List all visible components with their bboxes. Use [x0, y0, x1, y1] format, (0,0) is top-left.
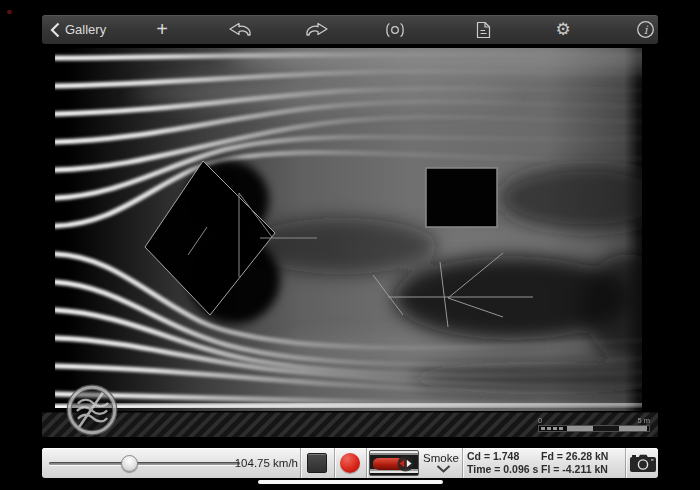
report-icon: [476, 21, 491, 39]
wind-tunnel-logo: [66, 384, 118, 436]
control-bar: 104.75 km/h Smoke Cd = 1.748 Time = 0.09…: [42, 448, 658, 478]
snapshot-button[interactable]: [378, 15, 412, 44]
display-mode-value: Smoke: [422, 452, 460, 464]
undo-icon: [227, 22, 253, 38]
ruler-bar: [538, 425, 650, 432]
readout-column-2: Fd = 26.28 kN Fl = -4.211 kN: [541, 450, 608, 476]
back-label: Gallery: [65, 22, 106, 37]
scale-ruler: 0 5 m: [536, 416, 652, 434]
slider-thumb[interactable]: [121, 455, 138, 472]
readout-column-1: Cd = 1.748 Time = 0.096 s: [467, 450, 538, 476]
info-button[interactable]: i: [628, 15, 662, 44]
time-readout: Time = 0.096 s: [467, 463, 538, 476]
redo-button[interactable]: [300, 15, 334, 44]
add-icon: +: [156, 15, 168, 44]
artifact-dot: [7, 10, 12, 14]
app-screen: Gallery +: [0, 0, 700, 490]
top-toolbar: Gallery +: [42, 15, 658, 44]
stop-button[interactable]: [307, 453, 327, 473]
home-indicator[interactable]: [258, 480, 443, 484]
adjust-badge-icon: [397, 455, 414, 472]
snapshot-icon: [383, 22, 407, 38]
settings-button[interactable]: ⚙: [546, 15, 580, 44]
svg-text:i: i: [643, 23, 648, 37]
drag-coefficient-readout: Cd = 1.748: [467, 450, 538, 463]
ruler-start-label: 0: [538, 416, 542, 425]
ruler-end-label: 5 m: [637, 416, 650, 425]
separator: [300, 448, 301, 478]
separator: [366, 448, 367, 478]
slider-track[interactable]: [49, 462, 240, 465]
obstacle-square: [426, 168, 497, 227]
wind-speed-slider[interactable]: [49, 448, 240, 478]
separator: [334, 448, 335, 478]
back-to-gallery-button[interactable]: Gallery: [50, 15, 106, 44]
camera-icon: [629, 453, 657, 473]
wind-speed-value: 104.75 km/h: [228, 448, 298, 478]
undo-button[interactable]: [223, 15, 257, 44]
simulation-canvas[interactable]: 0 5 m: [42, 48, 658, 437]
settings-icon: ⚙: [555, 15, 570, 44]
flow-field-svg: [42, 48, 658, 437]
chevron-down-icon: [436, 465, 451, 473]
lift-force-readout: Fl = -4.211 kN: [541, 463, 608, 476]
separator: [625, 448, 626, 478]
separator: [462, 448, 463, 478]
display-mode-selector[interactable]: Smoke: [422, 448, 460, 478]
camera-button[interactable]: [629, 453, 657, 473]
back-chevron-icon: [50, 22, 60, 38]
redo-icon: [304, 22, 330, 38]
info-icon: i: [636, 20, 655, 39]
scene-thumbnail[interactable]: [369, 450, 419, 476]
record-button[interactable]: [340, 453, 360, 473]
drag-force-readout: Fd = 26.28 kN: [541, 450, 608, 463]
add-object-button[interactable]: +: [145, 15, 179, 44]
report-button[interactable]: [466, 15, 500, 44]
